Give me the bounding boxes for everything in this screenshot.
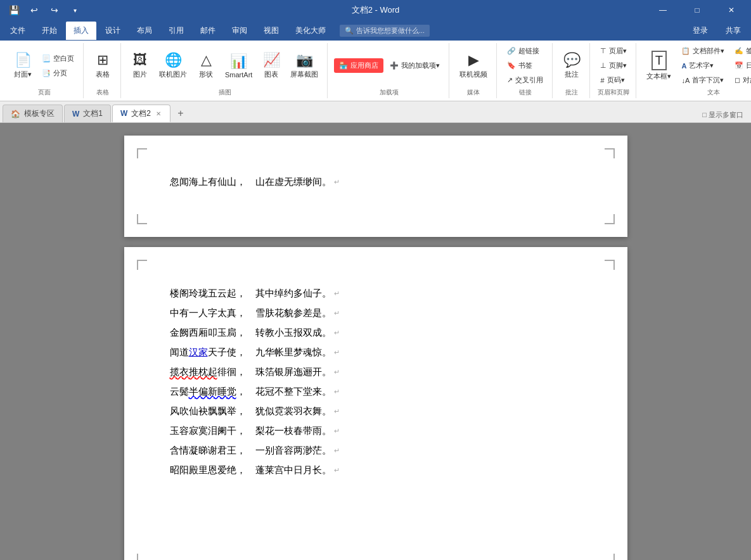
- group-table-content: ⊞ 表格: [90, 44, 115, 87]
- group-media: ▶ 联机视频 媒体: [451, 43, 497, 98]
- display-multi-button[interactable]: □ 显示多窗口: [697, 108, 748, 122]
- corner-tr-p1: [605, 148, 615, 158]
- search-box[interactable]: 🔍 告诉我您想要做什么...: [340, 25, 430, 37]
- app-store-label: 应用商店: [350, 61, 378, 70]
- sig-line-label: 签名行▾: [746, 46, 751, 56]
- group-illustration-label: 插图: [219, 87, 231, 97]
- quick-access: 💾 ↩ ↪ ▾: [5, 1, 84, 19]
- doc-text-p2-1: 楼阁玲珑五云起， 其中绰约多仙子。: [170, 285, 331, 302]
- footer-button[interactable]: ⊥ 页脚▾: [596, 59, 631, 72]
- comment-button[interactable]: 💬 批注: [559, 48, 584, 84]
- smartart-label: SmartArt: [225, 71, 252, 79]
- group-addins: 🏪 应用商店 ➕ 我的加载项▾ 加载项: [329, 43, 449, 98]
- doc-line-p2-7: 风吹仙袂飘飘举， 犹似霓裳羽衣舞。 ↵: [170, 403, 582, 420]
- textbox-button[interactable]: T 文本框▾: [643, 48, 675, 84]
- sig-line-button[interactable]: ✍ 签名行▾: [731, 44, 751, 58]
- page-num-button[interactable]: # 页码▾: [596, 73, 631, 87]
- smartart-button[interactable]: 📊 SmartArt: [221, 48, 256, 84]
- tab-insert[interactable]: 插入: [66, 22, 96, 40]
- links-col: 🔗 超链接 🔖 书签 ↗ 交叉引用: [503, 44, 547, 87]
- redo-quick-btn[interactable]: ↪: [46, 1, 63, 19]
- page-1: 忽闻海上有仙山， 山在虚无缥缈间。 ↵: [124, 136, 627, 237]
- doc-line-p2-5: 揽衣推枕起徘徊， 珠箔银屏迤逦开。 ↵: [170, 364, 582, 381]
- chart-icon: 📈: [263, 52, 280, 68]
- line-end-p1-1: ↵: [334, 176, 340, 189]
- tab-file[interactable]: 文件: [3, 22, 33, 40]
- maximize-button[interactable]: □: [683, 0, 712, 20]
- app-store-icon: 🏪: [339, 61, 348, 70]
- line-end-p2-3: ↵: [334, 327, 340, 340]
- chart-label: 图表: [264, 70, 278, 79]
- tab-review[interactable]: 审阅: [224, 22, 255, 40]
- text-col2: ✍ 签名行▾ 📅 日期和时间 ◻ 对象▾: [731, 44, 751, 87]
- screenshot-button[interactable]: 📷 屏幕截图: [286, 48, 322, 84]
- tab-references[interactable]: 引用: [161, 22, 191, 40]
- tab-doc2-close[interactable]: ✕: [155, 110, 162, 118]
- bookmark-label: 书签: [518, 61, 532, 70]
- doc-part-button[interactable]: 📋 文档部件▾: [677, 44, 728, 58]
- page-break-button[interactable]: 📑 分页: [38, 67, 78, 80]
- chart-button[interactable]: 📈 图表: [259, 48, 284, 84]
- ribbon-content: 📄 封面▾ 📃 空白页 📑 分页 页面: [0, 41, 751, 101]
- picture-button[interactable]: 🖼 图片: [127, 48, 153, 84]
- more-quick-btn[interactable]: ▾: [66, 1, 84, 19]
- tab-doc2[interactable]: W 文档2 ✕: [112, 105, 170, 122]
- search-placeholder: 告诉我您想要做什么...: [356, 26, 425, 35]
- datetime-button[interactable]: 📅 日期和时间: [731, 59, 751, 72]
- undo-quick-btn[interactable]: ↩: [25, 1, 43, 19]
- table-button[interactable]: ⊞ 表格: [90, 48, 115, 84]
- tab-mail[interactable]: 邮件: [193, 22, 223, 40]
- object-label: 对象▾: [743, 75, 751, 85]
- hyperlink-button[interactable]: 🔗 超链接: [503, 44, 547, 58]
- blank-page-label: 空白页: [53, 54, 74, 63]
- drop-cap-button[interactable]: ↓A 首字下沉▾: [677, 73, 728, 87]
- tab-home[interactable]: 开始: [34, 22, 65, 40]
- ribbon-right-buttons: 登录 共享: [685, 22, 748, 40]
- app-store-button[interactable]: 🏪 应用商店: [334, 58, 383, 73]
- bookmark-button[interactable]: 🔖 书签: [503, 59, 547, 72]
- doc-text-p2-5c: 起: [208, 364, 217, 381]
- search-icon: 🔍: [345, 27, 354, 35]
- shape-button[interactable]: △ 形状: [193, 48, 219, 84]
- tab-doc1[interactable]: W 文档1: [64, 105, 111, 122]
- art-text-label: 艺术字▾: [689, 61, 714, 70]
- share-button[interactable]: 共享: [718, 22, 748, 40]
- tab-bar: 🏠 模板专区 W 文档1 W 文档2 ✕ + □ 显示多窗口: [0, 101, 751, 123]
- header-icon: ⊤: [600, 47, 607, 55]
- login-button[interactable]: 登录: [685, 22, 716, 40]
- group-links: 🔗 超链接 🔖 书签 ↗ 交叉引用 链接: [498, 43, 553, 98]
- object-button[interactable]: ◻ 对象▾: [731, 73, 751, 87]
- blank-page-button[interactable]: 📃 空白页: [38, 52, 78, 65]
- tab-right: □ 显示多窗口: [697, 108, 748, 122]
- line-end-p2-10: ↵: [334, 464, 340, 477]
- tab-view[interactable]: 视图: [256, 22, 286, 40]
- corner-bl-p1: [137, 214, 147, 224]
- shape-label: 形状: [199, 70, 213, 79]
- group-text: T 文本框▾ 📋 文档部件▾ A 艺术字▾ ↓A 首字下沉▾: [638, 43, 751, 98]
- doc-text-p2-2: 中有一人字太真， 雪肤花貌参差是。: [170, 305, 331, 322]
- online-picture-button[interactable]: 🌐 联机图片: [155, 48, 191, 84]
- header-button[interactable]: ⊤ 页眉▾: [596, 44, 631, 58]
- group-table: ⊞ 表格 表格: [85, 43, 121, 98]
- art-text-button[interactable]: A 艺术字▾: [677, 59, 728, 72]
- tab-template[interactable]: 🏠 模板专区: [3, 105, 63, 122]
- doc-text-p2-4c: 天子使， 九华帐里梦魂惊。: [208, 344, 331, 361]
- cross-ref-label: 交叉引用: [515, 75, 543, 85]
- my-addins-button[interactable]: ➕ 我的加载项▾: [386, 59, 444, 72]
- hyperlink-icon: 🔗: [507, 47, 516, 55]
- save-quick-btn[interactable]: 💾: [5, 1, 23, 19]
- tab-add-button[interactable]: +: [172, 105, 189, 122]
- tab-template-label: 模板专区: [24, 108, 55, 119]
- minimize-button[interactable]: —: [648, 0, 677, 20]
- cover-button[interactable]: 📄 封面▾: [10, 48, 35, 84]
- tab-design[interactable]: 设计: [98, 22, 128, 40]
- online-video-icon: ▶: [468, 52, 479, 68]
- close-button[interactable]: ✕: [717, 0, 746, 20]
- tab-layout[interactable]: 布局: [129, 22, 160, 40]
- tab-beautify[interactable]: 美化大师: [288, 22, 333, 40]
- doc-text-p2-5d: 徘徊， 珠箔银屏迤逦开。: [217, 364, 331, 381]
- cross-ref-button[interactable]: ↗ 交叉引用: [503, 73, 547, 87]
- title-bar: 💾 ↩ ↪ ▾ 文档2 - Word — □ ✕: [0, 0, 751, 20]
- online-video-button[interactable]: ▶ 联机视频: [456, 48, 491, 84]
- shape-icon: △: [201, 52, 212, 68]
